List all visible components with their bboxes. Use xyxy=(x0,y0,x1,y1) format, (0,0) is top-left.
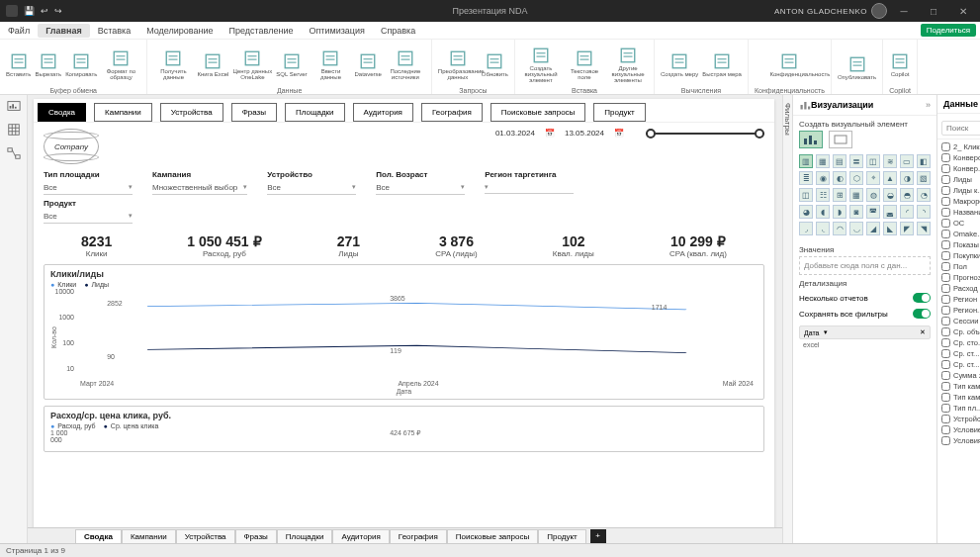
field-item[interactable]: Сессии xyxy=(939,316,980,326)
field-item[interactable]: Конвер... xyxy=(939,163,980,174)
viz-type-icon[interactable]: ◑ xyxy=(900,171,914,185)
viz-type-icon[interactable]: ◒ xyxy=(883,188,897,202)
values-dropzone[interactable]: Добавьте сюда поля с дан... xyxy=(799,256,931,275)
field-checkbox[interactable] xyxy=(941,371,950,380)
ribbon-button[interactable]: Другие визуальные элементы xyxy=(608,46,648,83)
format-visual-tab[interactable] xyxy=(829,131,852,148)
report-tab[interactable]: Фразы xyxy=(231,103,277,122)
ribbon-button[interactable]: Получить данные xyxy=(153,49,193,80)
viz-type-icon[interactable]: ◗ xyxy=(833,205,846,219)
ribbon-button[interactable]: Центр данных OneLake xyxy=(232,49,272,80)
share-button[interactable]: Поделиться xyxy=(921,24,976,37)
window-close-button[interactable]: ✕ xyxy=(950,0,976,22)
viz-type-icon[interactable]: ◫ xyxy=(799,188,813,202)
field-checkbox[interactable] xyxy=(941,425,950,434)
viz-type-icon[interactable]: ◫ xyxy=(866,154,880,168)
collapse-chevron-icon[interactable]: » xyxy=(926,100,931,110)
viz-type-icon[interactable]: ⊞ xyxy=(833,188,846,202)
field-item[interactable]: Макрорегион xyxy=(939,196,980,207)
ribbon-button[interactable]: Опубликовать xyxy=(838,55,876,80)
menu-item[interactable]: Файл xyxy=(0,26,38,36)
filter-slicer[interactable]: Регион таргетинга xyxy=(485,170,574,195)
ribbon-button[interactable]: Создать визуальный элемент xyxy=(521,46,561,83)
field-checkbox[interactable] xyxy=(941,284,950,293)
page-tab[interactable]: Аудитория xyxy=(332,529,389,543)
page-tab[interactable]: Продукт xyxy=(538,529,585,543)
filter-slicer[interactable]: КампанияМножественный выбор xyxy=(152,170,247,195)
field-item[interactable]: OC xyxy=(939,218,980,229)
filter-dropdown[interactable]: Множественный выбор xyxy=(152,181,247,195)
field-checkbox[interactable] xyxy=(941,262,950,271)
viz-type-icon[interactable]: ◚ xyxy=(866,205,880,219)
report-tab[interactable]: Сводка xyxy=(38,103,86,122)
filter-dropdown[interactable]: Все xyxy=(267,181,356,195)
field-checkbox[interactable] xyxy=(941,273,950,282)
field-item[interactable]: Тип кам... xyxy=(939,381,980,392)
field-checkbox[interactable] xyxy=(941,393,950,402)
field-checkbox[interactable] xyxy=(941,349,950,358)
viz-type-icon[interactable]: ◜ xyxy=(900,205,914,219)
filters-pane-collapsed[interactable]: Фильтры xyxy=(782,95,792,543)
page-tab[interactable]: Кампании xyxy=(122,529,176,543)
field-item[interactable]: Тип кам... xyxy=(939,392,980,403)
field-checkbox[interactable] xyxy=(941,415,950,423)
viz-type-icon[interactable]: ◞ xyxy=(799,222,813,235)
field-item[interactable]: Пол xyxy=(939,261,980,272)
field-item[interactable]: Расход xyxy=(939,283,980,294)
filter-dropdown[interactable]: Все xyxy=(44,181,133,195)
report-tab[interactable]: Площадки xyxy=(285,103,345,122)
filter-slicer[interactable]: Пол. ВозрастВсе xyxy=(376,170,465,195)
filter-slicer[interactable]: Тип площадкиВсе xyxy=(44,170,133,195)
field-checkbox[interactable] xyxy=(941,251,950,260)
field-item[interactable]: Ср. ст... xyxy=(939,359,980,370)
report-tab[interactable]: Аудитория xyxy=(353,103,413,122)
field-item[interactable]: 2_ Клики xyxy=(939,141,980,152)
field-item[interactable]: Устройс... xyxy=(939,414,980,424)
cross-report-toggle[interactable] xyxy=(913,293,931,303)
viz-type-icon[interactable]: ◐ xyxy=(833,171,846,185)
field-checkbox[interactable] xyxy=(941,175,950,184)
date-range[interactable]: 01.03.2024 📅 13.05.2024 📅 xyxy=(495,129,764,138)
report-tab[interactable]: Устройства xyxy=(160,103,223,122)
ribbon-button[interactable]: Copilot xyxy=(891,52,910,77)
viz-type-icon[interactable]: ▤ xyxy=(833,154,846,168)
ribbon-button[interactable]: Ввести данные xyxy=(311,49,350,80)
ribbon-button[interactable]: Книга Excel xyxy=(197,52,228,77)
field-checkbox[interactable] xyxy=(941,404,950,413)
menu-item[interactable]: Представление xyxy=(222,26,302,36)
viz-type-icon[interactable]: ◥ xyxy=(917,222,931,235)
report-view-icon[interactable] xyxy=(7,99,21,113)
viz-type-icon[interactable]: ▦ xyxy=(849,188,863,202)
report-tab[interactable]: Поисковые запросы xyxy=(490,103,585,122)
field-checkbox[interactable] xyxy=(941,153,950,162)
field-checkbox[interactable] xyxy=(941,295,950,304)
menu-item[interactable]: Справка xyxy=(373,26,423,36)
ribbon-button[interactable]: SQL Server xyxy=(276,52,307,77)
field-checkbox[interactable] xyxy=(941,208,950,217)
viz-type-icon[interactable]: ◣ xyxy=(883,222,897,235)
field-checkbox[interactable] xyxy=(941,186,950,195)
field-item[interactable]: Ср. объём xyxy=(939,326,980,337)
field-checkbox[interactable] xyxy=(941,436,950,445)
field-item[interactable]: Ср. сто... xyxy=(939,337,980,348)
menu-item[interactable]: Оптимизация xyxy=(301,26,372,36)
field-checkbox[interactable] xyxy=(941,327,950,336)
field-checkbox[interactable] xyxy=(941,240,950,249)
date-slider[interactable] xyxy=(646,131,764,137)
ribbon-button[interactable]: Вставить xyxy=(6,52,31,77)
page-tab[interactable]: Поисковые запросы xyxy=(447,529,538,543)
viz-type-icon[interactable]: 〓 xyxy=(849,154,863,168)
filter-dropdown[interactable]: Все xyxy=(44,210,133,224)
viz-type-icon[interactable]: ≣ xyxy=(799,171,813,185)
viz-type-icon[interactable]: ⬡ xyxy=(849,171,863,185)
fields-search-input[interactable] xyxy=(941,121,980,136)
field-item[interactable]: Сумма заказов xyxy=(939,370,980,381)
menu-item[interactable]: Главная xyxy=(38,24,90,38)
build-visual-tab[interactable] xyxy=(799,131,823,148)
field-item[interactable]: Показы xyxy=(939,239,980,250)
field-item[interactable]: Лиды xyxy=(939,174,980,185)
field-checkbox[interactable] xyxy=(941,360,950,369)
filter-slicer[interactable]: УстройствоВсе xyxy=(267,170,356,195)
viz-type-icon[interactable]: ◠ xyxy=(833,222,846,235)
avatar-icon[interactable] xyxy=(871,3,887,19)
